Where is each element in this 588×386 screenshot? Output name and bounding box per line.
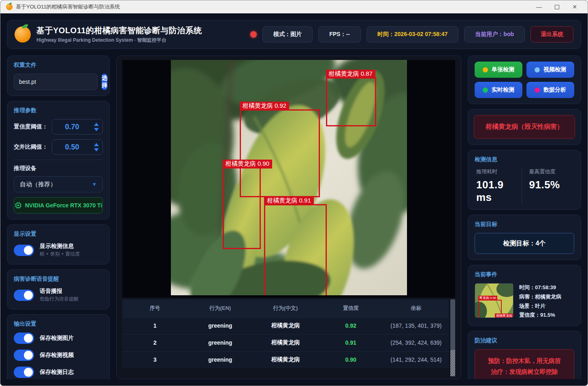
- iou-value: 0.50: [52, 143, 92, 151]
- maximize-icon: [555, 5, 559, 9]
- left-sidebar: 权重文件 选择 推理参数 置信度阈值： 0.70: [7, 55, 110, 379]
- max-confidence-label: 最高置信度: [529, 168, 575, 175]
- confidence-label: 置信度阈值：: [14, 123, 48, 130]
- chevron-down-icon: ▼: [92, 181, 97, 187]
- data-analysis-dot-icon: [535, 87, 540, 93]
- detection-canvas: 柑橘黄龙病 0.87柑橘黄龙病 0.92柑橘黄龙病 0.90柑橘黄龙病 0.91: [122, 60, 455, 298]
- scrollbar-trough: [450, 350, 455, 376]
- inference-params-card: 推理参数 置信度阈值： 0.70 交并比阈值：: [7, 101, 110, 220]
- table-row[interactable]: 1greening柑橘黄龙病0.92(187, 135, 401, 379): [122, 317, 449, 334]
- output-toggle-1[interactable]: [14, 350, 34, 361]
- current-targets-card: 当前目标 检测目标：4个: [468, 215, 581, 260]
- action-buttons: 单张检测视频检测实时检测数据分析: [475, 62, 574, 98]
- video-detect-dot-icon: [535, 67, 540, 73]
- chip-icon: [15, 202, 22, 209]
- realtime-detect-button[interactable]: 实时检测: [475, 82, 522, 98]
- event-details: 时间：07:58:39 病害：柑橘黄龙病 场景：叶片 置信度：91.5%: [519, 283, 561, 320]
- os-titlebar: 基于YOLO11的柑橘病害智能诊断与防治系统 — ✕: [0, 0, 588, 13]
- output-toggle-row: 保存检测日志: [14, 367, 103, 378]
- close-button[interactable]: ✕: [566, 1, 584, 13]
- single-detect-button[interactable]: 单张检测: [475, 62, 522, 78]
- iou-spinner[interactable]: 0.50: [52, 139, 103, 155]
- center-panel: 柑橘黄龙病 0.87柑橘黄龙病 0.92柑橘黄龙病 0.90柑橘黄龙病 0.91…: [116, 55, 461, 379]
- event-scene: 场景：叶片: [519, 302, 561, 311]
- advice-line-1: 预防：防控木虱，用无病苗: [478, 355, 571, 366]
- fps-pill: FPS：--: [318, 26, 361, 43]
- device-label: 推理设备: [14, 165, 103, 172]
- voice-alert-card: 病害诊断语音提醒 语音播报 危险行为语音提醒: [7, 269, 110, 309]
- output-title: 输出设置: [14, 320, 103, 328]
- table-header-cell: 置信度: [318, 299, 383, 317]
- disease-alert-card: 柑橘黄龙病（毁灭性病害）: [468, 109, 581, 145]
- weights-file-input[interactable]: [14, 74, 98, 90]
- page-title: 基于YOLO11的柑橘病害智能诊断与防治系统: [36, 25, 202, 36]
- output-settings-card: 输出设置 保存检测图片保存检测视频保存检测日志: [7, 314, 110, 379]
- video-detect-button[interactable]: 视频检测: [526, 62, 574, 78]
- confidence-up-icon[interactable]: [94, 123, 99, 126]
- table-row[interactable]: 3greening柑橘黄龙病0.90(141, 292, 244, 514): [122, 351, 449, 368]
- divider: [14, 160, 103, 160]
- orange-logo-icon: [15, 26, 31, 43]
- output-toggle-row: 保存检测图片: [14, 333, 103, 344]
- table-cell-no: 2: [122, 334, 187, 351]
- table-cell-en: greening: [187, 317, 253, 334]
- scrollbar-thumb[interactable]: [450, 299, 455, 350]
- iou-label: 交并比阈值：: [14, 143, 48, 151]
- table-cell-conf: 0.92: [318, 317, 383, 334]
- detection-box-greening-091: 柑橘黄龙病 0.91: [264, 204, 327, 295]
- iou-down-icon[interactable]: [94, 148, 99, 151]
- confidence-spinner[interactable]: 0.70: [52, 119, 103, 134]
- realtime-detect-dot-icon: [483, 87, 488, 93]
- table-cell-coords: (254, 392, 424, 639): [383, 334, 449, 351]
- voice-broadcast-toggle[interactable]: [14, 290, 34, 301]
- display-title: 显示设置: [14, 230, 103, 238]
- maximize-button[interactable]: [548, 1, 566, 13]
- data-analysis-button[interactable]: 数据分析: [526, 82, 574, 98]
- table-cell-conf: 0.91: [318, 334, 383, 351]
- detection-info-title: 检测信息: [475, 156, 574, 163]
- table-cell-conf: 0.90: [318, 351, 383, 368]
- iou-up-icon[interactable]: [94, 143, 99, 146]
- time-pill: 时间：2026-03-02 07:58:47: [366, 26, 459, 43]
- detection-label: 柑橘黄龙病 0.90: [223, 160, 272, 168]
- targets-title: 当前目标: [475, 221, 574, 228]
- detection-table: 序号行为(EN)行为(中文)置信度坐标 1greening柑橘黄龙病0.92(1…: [122, 299, 449, 368]
- target-count: 检测目标：4个: [475, 233, 574, 254]
- table-cell-zh: 柑橘黄龙病: [253, 351, 318, 368]
- minimize-button[interactable]: —: [530, 1, 548, 13]
- right-sidebar: 单张检测视频检测实时检测数据分析 柑橘黄龙病（毁灭性病害） 检测信息 推理耗时 …: [468, 55, 581, 379]
- choose-weights-button[interactable]: 选择: [102, 74, 107, 90]
- table-cell-zh: 柑橘黄龙病: [253, 317, 318, 334]
- advice-text: 预防：防控木虱，用无病苗 治疗：发现病树立即挖除: [475, 349, 574, 379]
- table-cell-coords: (141, 292, 244, 514): [383, 351, 449, 368]
- weights-card: 权重文件 选择: [7, 55, 110, 96]
- detection-label: 柑橘黄龙病 0.87: [326, 70, 375, 79]
- thumb-detection-label: 黄龙病 0.90: [478, 296, 498, 301]
- table-scrollbar[interactable]: [450, 299, 455, 376]
- actions-card: 单张检测视频检测实时检测数据分析: [468, 55, 581, 104]
- output-toggle-2[interactable]: [14, 367, 34, 378]
- output-toggle-row: 保存检测视频: [14, 350, 103, 361]
- table-header-cell: 序号: [122, 299, 187, 317]
- confidence-down-icon[interactable]: [94, 128, 99, 131]
- device-dropdown[interactable]: 自动（推荐） ▼: [14, 176, 103, 192]
- output-toggle-label: 保存检测图片: [40, 335, 74, 342]
- viewer-card: 柑橘黄龙病 0.87柑橘黄龙病 0.92柑橘黄龙病 0.90柑橘黄龙病 0.91…: [116, 55, 461, 379]
- realtime-detect-label: 实时检测: [492, 86, 514, 94]
- table-row[interactable]: 2greening柑橘黄龙病0.91(254, 392, 424, 639): [122, 334, 449, 351]
- mode-pill: 模式：图片: [262, 26, 313, 43]
- event-thumbnail: 黄龙病 0.90 柑橘黄龙病 0.9: [475, 283, 513, 318]
- orange-app-icon: [6, 4, 13, 10]
- gpu-name: NVIDIA GeForce RTX 3070 Ti: [25, 202, 102, 209]
- device-value: 自动（推荐）: [20, 181, 56, 188]
- latency-value: 101.9 ms: [476, 179, 522, 204]
- data-analysis-label: 数据分析: [543, 86, 566, 94]
- logout-button[interactable]: 退出系统: [530, 26, 573, 43]
- detection-box-greening-087: 柑橘黄龙病 0.87: [326, 77, 377, 126]
- show-detection-toggle[interactable]: [14, 245, 34, 256]
- voice-title: 病害诊断语音提醒: [14, 275, 103, 283]
- single-detect-dot-icon: [483, 67, 488, 73]
- output-toggle-0[interactable]: [14, 333, 34, 344]
- table-cell-no: 1: [122, 317, 187, 334]
- output-toggle-label: 保存检测视频: [40, 352, 74, 359]
